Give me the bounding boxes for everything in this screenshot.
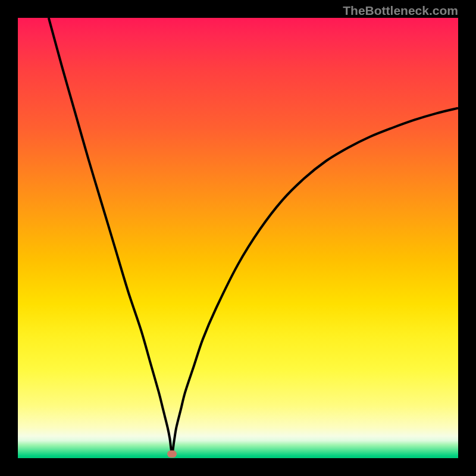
chart-plot-area [18,18,458,458]
bottleneck-marker [167,450,177,458]
watermark-text: TheBottleneck.com [343,4,458,18]
bottleneck-curve [18,18,458,458]
